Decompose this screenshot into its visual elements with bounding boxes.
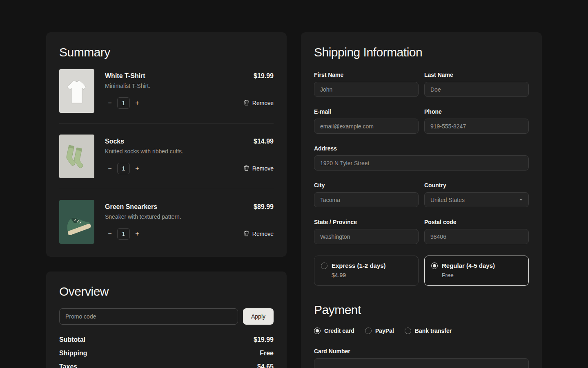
cart-item: White T-Shirt $19.99 Minimalist T-Shirt.… — [59, 69, 274, 113]
remove-label: Remove — [252, 231, 274, 237]
express-option-price: $4.99 — [332, 272, 412, 278]
regular-option-label: Regular (4-5 days) — [442, 262, 495, 269]
overview-card: Overview Apply Subtotal $19.99 Shipping … — [46, 272, 287, 368]
shipping-row: Shipping Free — [59, 350, 274, 357]
subtotal-value: $19.99 — [254, 336, 274, 343]
item-price: $19.99 — [254, 72, 274, 80]
taxes-value: $4.65 — [257, 363, 274, 368]
summary-card: Summary White T-Shirt $19.99 Minimalist … — [46, 32, 287, 257]
express-radio[interactable] — [321, 263, 327, 269]
right-column: Shipping Information First Name Last Nam… — [301, 32, 542, 368]
city-label: City — [314, 182, 419, 188]
phone-label: Phone — [424, 108, 529, 115]
last-name-label: Last Name — [424, 72, 529, 78]
apply-promo-button[interactable]: Apply — [243, 308, 274, 325]
credit-card-radio[interactable] — [314, 328, 321, 334]
shipping-value: Free — [260, 350, 274, 357]
payment-methods: Credit card PayPal Bank transfer — [314, 328, 529, 334]
left-column: Summary White T-Shirt $19.99 Minimalist … — [46, 32, 287, 368]
shipping-information-title: Shipping Information — [314, 45, 529, 59]
trash-icon — [244, 231, 249, 238]
remove-label: Remove — [252, 100, 274, 106]
item-description: Knitted socks with ribbed cuffs. — [105, 148, 274, 155]
express-option-label: Express (1-2 days) — [332, 262, 386, 269]
regular-radio[interactable] — [431, 263, 438, 269]
trash-icon — [244, 165, 249, 172]
white-tshirt-image — [59, 69, 94, 113]
shipping-information-card: Shipping Information First Name Last Nam… — [301, 32, 542, 368]
payment-title: Payment — [314, 303, 529, 317]
taxes-label: Taxes — [59, 363, 77, 368]
phone-field[interactable] — [424, 119, 529, 134]
trash-icon — [244, 100, 249, 107]
country-label: Country — [424, 182, 529, 188]
postal-code-field[interactable] — [424, 229, 529, 244]
item-name: Green Snearkers — [105, 203, 157, 211]
paypal-radio[interactable] — [365, 328, 372, 334]
quantity-stepper: − 1 + — [105, 228, 142, 240]
quantity-stepper: − 1 + — [105, 97, 142, 109]
remove-item-button[interactable]: Remove — [244, 165, 274, 172]
quantity-value: 1 — [117, 228, 130, 240]
state-label: State / Province — [314, 219, 419, 225]
green-sneakers-image — [59, 200, 94, 244]
summary-title: Summary — [59, 45, 274, 59]
remove-label: Remove — [252, 165, 274, 172]
decrease-quantity-button[interactable]: − — [105, 97, 115, 109]
subtotal-row: Subtotal $19.99 — [59, 336, 274, 343]
cart-item: Socks $14.99 Knitted socks with ribbed c… — [59, 135, 274, 178]
postal-code-label: Postal code — [424, 219, 529, 225]
email-label: E-mail — [314, 108, 419, 115]
chevron-down-icon — [519, 197, 523, 203]
city-field[interactable] — [314, 192, 419, 207]
decrease-quantity-button[interactable]: − — [105, 228, 115, 240]
item-description: Minimalist T-Shirt. — [105, 83, 274, 89]
first-name-field[interactable] — [314, 82, 419, 97]
country-selected-value: United States — [430, 197, 465, 203]
state-field[interactable] — [314, 229, 419, 244]
subtotal-label: Subtotal — [59, 336, 85, 343]
item-description: Sneaker with textured pattern. — [105, 213, 274, 220]
increase-quantity-button[interactable]: + — [132, 228, 142, 240]
payment-method-bank-transfer[interactable]: Bank transfer — [405, 328, 452, 334]
address-label: Address — [314, 145, 529, 152]
quantity-value: 1 — [117, 97, 130, 109]
decrease-quantity-button[interactable]: − — [105, 163, 115, 174]
taxes-row: Taxes $4.65 — [59, 363, 274, 368]
address-field[interactable] — [314, 155, 529, 171]
cart-item: Green Snearkers $89.99 Sneaker with text… — [59, 200, 274, 244]
shipping-option-express[interactable]: Express (1-2 days) $4.99 — [314, 256, 419, 286]
checkout-page: Summary White T-Shirt $19.99 Minimalist … — [0, 0, 588, 368]
socks-image — [59, 135, 94, 178]
item-name: White T-Shirt — [105, 72, 145, 80]
item-price: $14.99 — [254, 138, 274, 145]
last-name-field[interactable] — [424, 82, 529, 97]
quantity-stepper: − 1 + — [105, 163, 142, 174]
item-price: $89.99 — [254, 203, 274, 211]
first-name-label: First Name — [314, 72, 419, 78]
remove-item-button[interactable]: Remove — [244, 231, 274, 238]
country-select[interactable]: United States — [424, 192, 529, 207]
quantity-value: 1 — [117, 163, 130, 174]
divider — [59, 123, 274, 124]
overview-title: Overview — [59, 285, 274, 298]
promo-code-input[interactable] — [59, 308, 238, 325]
shipping-form: First Name Last Name E-mail Phone Addres… — [314, 72, 529, 286]
shipping-option-regular[interactable]: Regular (4-5 days) Free — [424, 256, 529, 286]
remove-item-button[interactable]: Remove — [244, 100, 274, 107]
email-field[interactable] — [314, 119, 419, 134]
payment-method-credit-card[interactable]: Credit card — [314, 328, 354, 334]
bank-transfer-radio[interactable] — [405, 328, 411, 334]
card-number-label: Card Number — [314, 348, 529, 355]
increase-quantity-button[interactable]: + — [132, 163, 142, 174]
divider — [59, 189, 274, 189]
card-number-field[interactable] — [314, 358, 529, 368]
regular-option-price: Free — [442, 272, 522, 278]
shipping-label: Shipping — [59, 350, 87, 357]
item-name: Socks — [105, 138, 124, 145]
payment-method-paypal[interactable]: PayPal — [365, 328, 394, 334]
increase-quantity-button[interactable]: + — [132, 97, 142, 109]
payment-section: Payment Credit card PayPal Bank transfer — [314, 303, 529, 368]
